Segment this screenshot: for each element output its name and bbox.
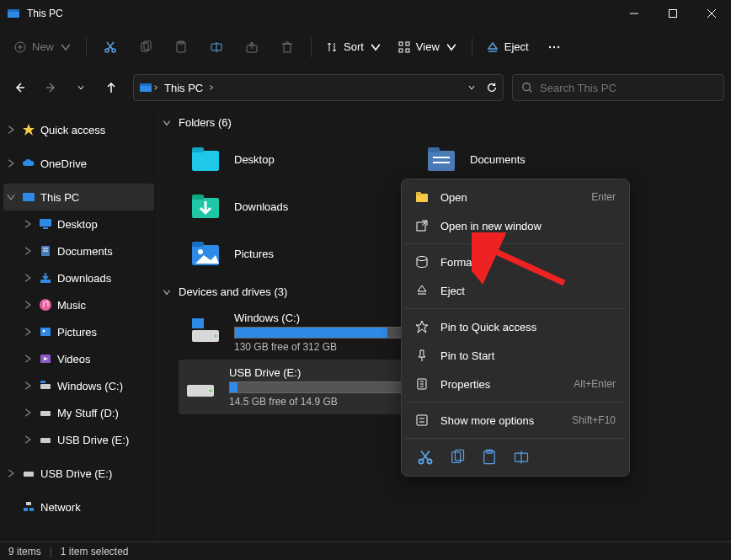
pc-icon <box>22 190 35 204</box>
copy-icon[interactable] <box>449 449 466 466</box>
pictures-folder-icon <box>189 237 222 270</box>
sidebar-item-documents[interactable]: Documents <box>0 237 157 264</box>
context-eject[interactable]: Eject <box>405 276 626 305</box>
properties-icon <box>415 377 429 391</box>
svg-rect-58 <box>40 438 51 443</box>
minimize-button[interactable] <box>615 0 654 27</box>
search-box[interactable] <box>512 74 724 101</box>
svg-rect-3 <box>670 10 677 18</box>
svg-marker-86 <box>418 285 426 291</box>
collapse-icon[interactable] <box>5 191 17 203</box>
svg-rect-63 <box>192 151 219 171</box>
svg-rect-65 <box>428 151 455 171</box>
sidebar-item-videos[interactable]: Videos <box>0 345 157 372</box>
sidebar-item-usb-drive[interactable]: USB Drive (E:) <box>0 460 157 487</box>
context-format[interactable]: Format... <box>405 248 626 276</box>
folder-pictures[interactable]: Pictures <box>184 230 419 277</box>
close-button[interactable] <box>692 0 731 27</box>
folder-downloads[interactable]: Downloads <box>184 183 419 230</box>
eject-button[interactable]: Eject <box>479 32 536 62</box>
history-dropdown[interactable] <box>67 74 94 101</box>
pc-icon <box>139 81 152 94</box>
collapse-icon <box>162 118 172 128</box>
breadcrumb[interactable]: This PC <box>159 82 208 94</box>
paste-button[interactable] <box>164 32 198 62</box>
sidebar-item-pictures[interactable]: Pictures <box>0 318 157 345</box>
group-header-folders[interactable]: Folders (6) <box>158 108 731 136</box>
share-button[interactable] <box>235 32 269 62</box>
svg-rect-1 <box>8 9 19 12</box>
context-pin-start[interactable]: Pin to Start <box>405 341 626 370</box>
network-icon <box>22 500 35 514</box>
svg-rect-27 <box>406 42 409 45</box>
sidebar-item-onedrive[interactable]: OneDrive <box>0 150 157 177</box>
svg-rect-66 <box>428 147 440 152</box>
svg-rect-60 <box>24 508 28 511</box>
sidebar-item-my-stuff[interactable]: My Stuff (D:) <box>0 399 157 426</box>
address-bar[interactable]: This PC <box>133 74 504 101</box>
svg-point-80 <box>210 390 212 392</box>
sidebar-item-usb-drive[interactable]: USB Drive (E:) <box>0 426 157 453</box>
svg-point-78 <box>215 335 217 338</box>
sidebar-item-music[interactable]: Music <box>0 291 157 318</box>
videos-icon <box>39 352 52 365</box>
sidebar-item-quick-access[interactable]: Quick access <box>0 116 157 143</box>
search-input[interactable] <box>540 82 715 94</box>
rename-button[interactable] <box>200 32 233 62</box>
svg-point-34 <box>558 45 559 47</box>
copy-button[interactable] <box>129 32 163 62</box>
svg-rect-55 <box>40 384 51 389</box>
documents-icon <box>39 244 52 258</box>
svg-marker-42 <box>23 124 35 136</box>
cut-icon[interactable] <box>417 449 434 466</box>
view-label: View <box>416 40 440 53</box>
cut-button[interactable] <box>93 32 127 62</box>
eject-icon <box>415 284 429 297</box>
svg-point-32 <box>549 45 551 47</box>
desktop-icon <box>39 217 52 231</box>
documents-folder-icon <box>424 142 458 176</box>
downloads-folder-icon <box>189 189 222 223</box>
refresh-icon[interactable] <box>486 82 498 93</box>
paste-icon[interactable] <box>481 449 498 466</box>
desktop-folder-icon <box>189 142 222 176</box>
sidebar-item-network[interactable]: Network <box>0 493 157 520</box>
sidebar-item-this-pc[interactable]: This PC <box>3 184 154 211</box>
svg-line-84 <box>422 221 427 226</box>
expand-icon[interactable] <box>5 124 17 136</box>
forward-button[interactable] <box>37 74 64 101</box>
sidebar-item-windows-c[interactable]: Windows (C:) <box>0 372 157 399</box>
context-open-new-window[interactable]: Open in new window <box>405 211 626 240</box>
svg-rect-61 <box>29 508 34 511</box>
context-properties[interactable]: PropertiesAlt+Enter <box>405 370 626 398</box>
view-button[interactable]: View <box>391 32 465 62</box>
chevron-right-icon[interactable] <box>208 84 215 91</box>
folder-desktop[interactable]: Desktop <box>184 136 419 183</box>
svg-rect-28 <box>399 49 403 52</box>
up-button[interactable] <box>98 74 125 101</box>
folder-documents[interactable]: Documents <box>419 136 655 183</box>
expand-icon[interactable] <box>5 157 17 169</box>
svg-rect-59 <box>24 472 34 477</box>
cloud-icon <box>22 157 35 170</box>
svg-rect-77 <box>192 318 204 328</box>
back-button[interactable] <box>7 74 34 101</box>
format-icon <box>415 255 429 269</box>
delete-button[interactable] <box>270 32 304 62</box>
sidebar-item-downloads[interactable]: Downloads <box>0 264 157 291</box>
sort-button[interactable]: Sort <box>318 32 389 62</box>
svg-point-52 <box>43 330 45 333</box>
open-icon <box>415 190 429 204</box>
navigation-pane: Quick access OneDrive This PC Desktop Do… <box>0 108 158 541</box>
chevron-down-icon[interactable] <box>467 83 476 92</box>
more-button[interactable] <box>537 32 571 62</box>
svg-rect-70 <box>192 195 204 200</box>
sidebar-item-desktop[interactable]: Desktop <box>0 211 157 237</box>
new-button[interactable]: New <box>7 32 79 62</box>
context-open[interactable]: OpenEnter <box>405 183 626 211</box>
rename-icon[interactable] <box>513 449 530 466</box>
maximize-button[interactable] <box>654 0 692 27</box>
context-show-more[interactable]: Show more optionsShift+F10 <box>405 406 626 435</box>
svg-line-41 <box>530 90 532 93</box>
context-pin-quick-access[interactable]: Pin to Quick access <box>405 312 626 341</box>
